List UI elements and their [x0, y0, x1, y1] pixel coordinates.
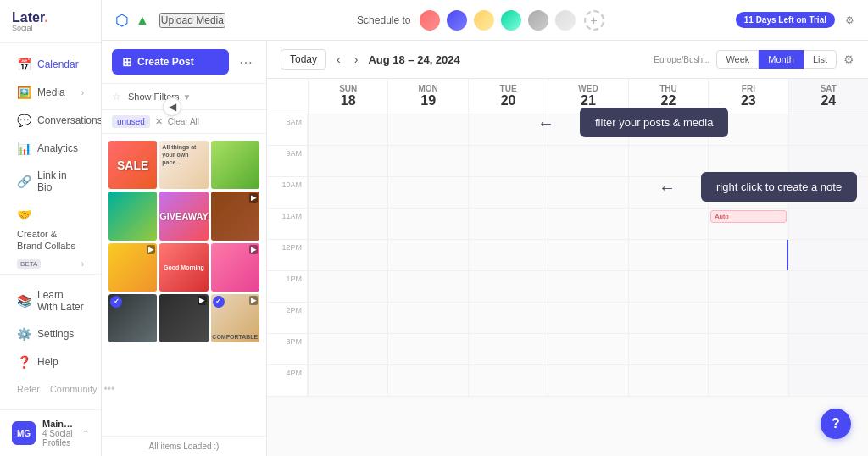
clear-all-button[interactable]: Clear All: [168, 117, 199, 126]
sidebar-footer[interactable]: MG Main Group 4 Social Profiles ⌃: [0, 409, 101, 456]
sidebar-item-help[interactable]: ❓ Help: [5, 348, 96, 375]
cal-cell[interactable]: [628, 365, 708, 396]
cal-cell[interactable]: [708, 303, 787, 333]
cal-cell[interactable]: [387, 271, 467, 302]
cal-cell[interactable]: [548, 303, 627, 333]
cal-cell[interactable]: [628, 271, 708, 302]
cal-cell[interactable]: [308, 114, 387, 145]
view-list-button[interactable]: List: [804, 50, 837, 69]
remove-tag-button[interactable]: ✕: [155, 116, 163, 127]
media-options-button[interactable]: ⋯: [236, 51, 256, 74]
media-item[interactable]: [211, 141, 259, 189]
cal-cell[interactable]: [468, 271, 548, 302]
cal-cell[interactable]: [708, 240, 787, 270]
cal-cell-weekend[interactable]: [788, 365, 868, 396]
scroll-arrow-button[interactable]: ◀: [163, 97, 181, 116]
today-button[interactable]: Today: [281, 49, 326, 70]
media-item[interactable]: ▶: [108, 243, 157, 292]
upload-media-button[interactable]: Upload Media: [159, 13, 225, 28]
show-filters-button[interactable]: Show Filters ▼: [128, 92, 191, 102]
cal-cell[interactable]: [468, 209, 548, 239]
cal-cell[interactable]: [548, 271, 627, 302]
cal-cell-weekend[interactable]: [788, 209, 868, 239]
cal-cell[interactable]: [387, 365, 467, 396]
media-item[interactable]: ▶: [211, 243, 259, 292]
cal-cell-weekend[interactable]: [788, 240, 868, 270]
settings-gear-icon[interactable]: ⚙: [845, 14, 854, 26]
media-item[interactable]: [108, 192, 157, 240]
cal-cell[interactable]: [468, 334, 548, 364]
cal-cell[interactable]: [387, 177, 467, 208]
prev-week-button[interactable]: ‹: [333, 51, 344, 68]
create-post-button[interactable]: ⊞ Create Post: [112, 49, 229, 75]
cal-cell[interactable]: [308, 209, 387, 239]
dropbox-icon[interactable]: ⬡: [115, 11, 129, 30]
profile-avatar-6[interactable]: [554, 8, 577, 32]
sidebar-item-learn[interactable]: 📚 Learn With Later: [5, 282, 96, 320]
cal-cell[interactable]: [628, 209, 708, 239]
cal-cell[interactable]: [628, 146, 708, 176]
sidebar-item-calendar[interactable]: 📅 Calendar: [5, 51, 96, 78]
cal-cell[interactable]: [628, 334, 708, 364]
calendar-event-note[interactable]: Auto: [710, 210, 786, 223]
cal-cell[interactable]: [548, 334, 627, 364]
media-item[interactable]: Good Morning: [159, 243, 208, 292]
sidebar-item-analytics[interactable]: 📊 Analytics: [5, 135, 96, 162]
sidebar-item-creator-brand[interactable]: 🤝 Creator & Brand Collabs BETA ›: [5, 201, 96, 274]
cal-cell-weekend[interactable]: [788, 303, 868, 333]
profile-avatar-5[interactable]: [526, 8, 550, 32]
media-item[interactable]: All things at your own pace...: [159, 141, 208, 189]
media-item[interactable]: ▶: [211, 192, 259, 240]
cal-cell[interactable]: [387, 303, 467, 333]
cal-cell[interactable]: [387, 240, 467, 270]
media-item[interactable]: SALE: [108, 141, 157, 189]
cal-cell[interactable]: [308, 177, 387, 208]
cal-cell[interactable]: [387, 334, 467, 364]
media-item[interactable]: ▶: [159, 294, 208, 342]
next-week-button[interactable]: ›: [351, 51, 362, 68]
cal-cell[interactable]: [708, 365, 787, 396]
star-icon[interactable]: ☆: [112, 91, 121, 103]
cal-cell[interactable]: [628, 303, 708, 333]
media-item[interactable]: ✓: [108, 294, 157, 342]
cal-cell[interactable]: [468, 365, 548, 396]
cal-cell-weekend[interactable]: [788, 334, 868, 364]
cal-cell[interactable]: [387, 114, 467, 145]
sidebar-item-refer[interactable]: Refer Community •••: [5, 376, 96, 402]
cal-cell[interactable]: [387, 209, 467, 239]
cal-cell[interactable]: [468, 303, 548, 333]
cal-cell[interactable]: [308, 271, 387, 302]
cal-cell[interactable]: [548, 365, 627, 396]
cal-cell-weekend[interactable]: [788, 271, 868, 302]
cal-cell[interactable]: [548, 177, 627, 208]
gdrive-icon[interactable]: ▲: [136, 13, 149, 28]
cal-cell[interactable]: [548, 240, 627, 270]
cal-cell[interactable]: [708, 271, 787, 302]
cal-cell[interactable]: [387, 146, 467, 176]
cal-cell[interactable]: [308, 240, 387, 270]
cal-cell[interactable]: [308, 303, 387, 333]
media-item[interactable]: GIVEAWAY: [159, 192, 208, 240]
media-item[interactable]: ✓ ▶ COMFORTABLE: [211, 294, 259, 342]
cal-cell[interactable]: [468, 177, 548, 208]
cal-cell-with-event[interactable]: Auto: [708, 209, 787, 239]
sidebar-item-media[interactable]: 🖼️ Media ›: [5, 79, 96, 106]
help-fab-button[interactable]: ?: [821, 409, 851, 439]
cal-cell[interactable]: [308, 334, 387, 364]
profile-avatar-2[interactable]: [445, 8, 469, 32]
cal-cell[interactable]: [468, 114, 548, 145]
cal-cell[interactable]: [548, 146, 627, 176]
add-profile-button[interactable]: +: [584, 10, 604, 31]
cal-cell[interactable]: [548, 209, 627, 239]
sidebar-item-link-in-bio[interactable]: 🔗 Link in Bio: [5, 163, 96, 200]
trial-badge[interactable]: 11 Days Left on Trial: [736, 12, 835, 28]
cal-cell[interactable]: [308, 146, 387, 176]
cal-cell[interactable]: [308, 365, 387, 396]
calendar-settings-button[interactable]: ⚙: [843, 53, 854, 66]
profile-avatar-1[interactable]: [418, 8, 442, 32]
profile-avatar-3[interactable]: [472, 8, 496, 32]
profile-avatar-4[interactable]: [499, 8, 523, 32]
view-month-button[interactable]: Month: [759, 50, 804, 69]
sidebar-item-settings[interactable]: ⚙️ Settings: [5, 320, 96, 348]
sidebar-item-conversations[interactable]: 💬 Conversations: [5, 107, 96, 134]
